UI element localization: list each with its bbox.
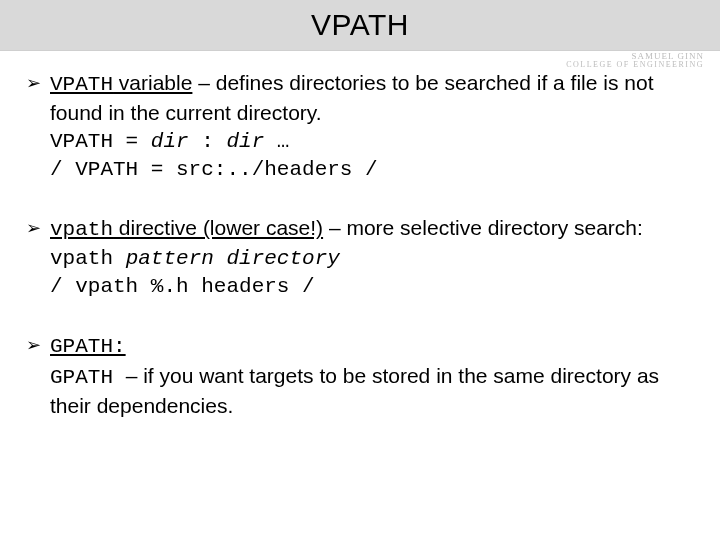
content-area: ➢ VPATH variable – defines directories t… — [0, 51, 720, 420]
code-text: vpath — [50, 247, 126, 270]
code-text: : — [189, 130, 227, 153]
term-text: variable — [113, 71, 192, 94]
code-ital: pattern directory — [126, 247, 340, 270]
slide-title: VPATH — [311, 8, 409, 42]
bullet-arrow-icon: ➢ — [26, 214, 50, 244]
bullet-item: ➢ GPATH: GPATH – if you want targets to … — [26, 331, 694, 420]
bullet-arrow-icon: ➢ — [26, 69, 50, 128]
code-text: … — [264, 130, 289, 153]
term-code: vpath — [50, 218, 113, 241]
term-text: directive (lower case!) — [113, 216, 323, 239]
code-line: vpath pattern directory — [26, 245, 694, 273]
term-desc: – more selective directory search: — [323, 216, 643, 239]
bullet-item: ➢ vpath directive (lower case!) – more s… — [26, 214, 694, 301]
code-ital: dir — [151, 130, 189, 153]
code-ital: dir — [226, 130, 264, 153]
bullet-body: vpath directive (lower case!) – more sel… — [50, 214, 694, 244]
bullet-item: ➢ VPATH variable – defines directories t… — [26, 69, 694, 184]
code-line: GPATH – if you want targets to be stored… — [26, 362, 694, 421]
code-line: / VPATH = src:../headers / — [26, 156, 694, 184]
code-line: VPATH = dir : dir … — [26, 128, 694, 156]
code-text: VPATH = — [50, 130, 151, 153]
term-code: GPATH: — [50, 335, 126, 358]
term-code: VPATH — [50, 73, 113, 96]
bullet-body: GPATH: — [50, 331, 694, 361]
code-line: / vpath %.h headers / — [26, 273, 694, 301]
term-desc: – if you want targets to be stored in th… — [50, 364, 659, 417]
bullet-arrow-icon: ➢ — [26, 331, 50, 361]
bullet-body: VPATH variable – defines directories to … — [50, 69, 694, 128]
code-text: GPATH — [50, 366, 126, 389]
slide: VPATH SAMUEL GINN COLLEGE OF ENGINEERING… — [0, 0, 720, 540]
title-bar: VPATH — [0, 0, 720, 51]
